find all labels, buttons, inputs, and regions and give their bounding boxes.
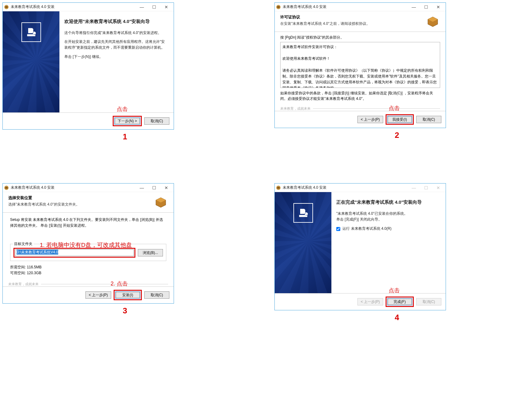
window-title: 未来教育考试系统 4.0 安装 xyxy=(11,185,136,190)
run-checkbox[interactable] xyxy=(336,227,340,231)
red-note-1: 1. 若电脑中没有D盘，可改成其他盘 xyxy=(40,241,132,249)
minimize-button[interactable]: — xyxy=(136,3,148,11)
license-line-3: 请务必认真阅读和理解本《软件许可使用协议》（以下简称《协议》）中规定的所有权利和… xyxy=(282,68,438,88)
welcome-text-2: 在开始安装之前，建议先关闭其他所有应用程序。这将允许"安装程序"更新指定的系统文… xyxy=(64,39,168,51)
available-space: 可用空间: 120.3GB xyxy=(10,271,166,276)
install-path-input[interactable]: D:\未来教育考试系统V4.0 xyxy=(15,249,134,256)
app-icon xyxy=(4,185,9,190)
welcome-text-3: 单击 [下一步(N)] 继续。 xyxy=(64,54,168,60)
click-annotation-2: 2. 点击 xyxy=(111,280,128,287)
sidebar-artwork xyxy=(275,192,331,293)
accept-button[interactable]: 我接受(I) xyxy=(387,116,412,123)
brand-footer: 未来教育，成就未来 xyxy=(3,280,174,286)
installer-dialog-license: 未来教育考试系统 4.0 安装 — ☐ ✕ 许可证协议 在安装"未来教育考试系统… xyxy=(274,2,446,128)
minimize-button[interactable]: — xyxy=(136,184,148,191)
click-annotation: 点击 xyxy=(117,105,128,113)
welcome-heading: 欢迎使用"未来教育考试系统 4.0"安装向导 xyxy=(64,18,168,25)
installer-logo-icon xyxy=(21,22,41,42)
click-annotation: 点击 xyxy=(389,287,400,294)
license-text-box[interactable]: 未来教育考试软件安装许可协议： 欢迎使用未来教育考试软件！ 请务必认真阅读和理解… xyxy=(280,42,440,88)
step-number-2: 2 xyxy=(274,131,517,140)
minimize-button: — xyxy=(408,184,420,191)
dest-folder-group: 目标文件夹 1. 若电脑中没有D盘，可改成其他盘 D:\未来教育考试系统V4.0… xyxy=(10,244,166,261)
close-button[interactable]: ✕ xyxy=(160,3,172,11)
cancel-button[interactable]: 取消(C) xyxy=(144,291,169,299)
highlight-box: 安装(I) xyxy=(114,290,142,300)
highlight-box: D:\未来教育考试系统V4.0 xyxy=(13,248,135,258)
back-button: < 上一步(P) xyxy=(357,298,383,305)
next-button[interactable]: 下一步(N) > xyxy=(114,117,140,125)
welcome-text-1: 这个向导将指引你完成"未来教育考试系统 4.0"的安装进程。 xyxy=(64,30,168,36)
install-button[interactable]: 安装(I) xyxy=(115,291,140,299)
click-annotation: 点击 xyxy=(389,104,400,112)
maximize-button[interactable]: ☐ xyxy=(148,184,160,191)
header-box-icon xyxy=(153,195,168,210)
pgdn-hint: 按 [PgDn] 阅读"授权协议"的其余部分。 xyxy=(280,35,440,40)
app-icon xyxy=(4,5,9,9)
svg-rect-11 xyxy=(277,187,280,189)
installer-dialog-welcome: 未来教育考试系统 4.0 安装 — ☐ ✕ 欢迎使用"未来教育考试系统 4.0"… xyxy=(2,2,174,130)
brand-footer: 未来教育，成就未来 xyxy=(275,104,446,111)
back-button[interactable]: < 上一步(P) xyxy=(357,116,383,123)
svg-rect-7 xyxy=(5,187,8,189)
finish-heading: 正在完成"未来教育考试系统 4.0"安装向导 xyxy=(336,199,440,205)
app-icon xyxy=(276,185,281,190)
license-line-1: 未来教育考试软件安装许可协议： xyxy=(282,44,438,50)
step-number-3: 3 xyxy=(2,306,247,316)
highlight-box: 下一步(N) > xyxy=(113,116,142,126)
highlight-box: 我接受(I) xyxy=(386,114,414,125)
svg-rect-1 xyxy=(5,6,8,8)
run-checkbox-label: 运行 未来教育考试系统 4.0(R) xyxy=(342,226,391,231)
license-note: 如果你接受协议中的条款，单击 [我接受(I)] 继续安装。如果你选定 [取消(C… xyxy=(280,90,440,101)
close-button[interactable]: ✕ xyxy=(160,184,172,191)
required-space: 所需空间: 116.5MB xyxy=(10,265,166,270)
run-checkbox-row[interactable]: 运行 未来教育考试系统 4.0(R) xyxy=(336,226,440,231)
browse-button[interactable]: 浏览(B)... xyxy=(138,249,163,256)
sidebar-artwork xyxy=(3,11,59,112)
finish-button[interactable]: 完成(F) xyxy=(387,298,412,305)
maximize-button[interactable]: ☐ xyxy=(420,3,432,11)
back-button[interactable]: < 上一步(P) xyxy=(85,291,111,299)
arrow-down-icon xyxy=(2,143,517,182)
step-number-4: 4 xyxy=(274,313,517,322)
cancel-button[interactable]: 取消(C) xyxy=(144,117,169,125)
window-title: 未来教育考试系统 4.0 安装 xyxy=(283,4,408,9)
license-header-title: 许可证协议 xyxy=(280,14,370,20)
cancel-button: 取消(C) xyxy=(416,298,441,305)
app-icon xyxy=(276,5,281,9)
arrow-right-icon xyxy=(249,2,273,142)
minimize-button[interactable]: — xyxy=(408,3,420,11)
installer-logo-icon xyxy=(293,203,313,223)
installer-dialog-finish: 未来教育考试系统 4.0 安装 — ☐ ✕ 正在完成"未来教育考试系统 4.0"… xyxy=(274,183,446,310)
location-instruction: Setup 将安装 未来教育考试系统 4.0 在下列文件夹。要安装到不同文件夹，… xyxy=(10,217,166,229)
license-line-2: 欢迎使用未来教育考试软件！ xyxy=(282,56,438,62)
cancel-button[interactable]: 取消(C) xyxy=(416,116,441,123)
maximize-button: ☐ xyxy=(420,184,432,191)
arrow-right-icon xyxy=(249,183,273,322)
svg-rect-3 xyxy=(277,6,280,8)
location-header-title: 选择安装位置 xyxy=(8,195,80,201)
highlight-box: 完成(F) xyxy=(386,297,414,307)
close-button: ✕ xyxy=(432,184,444,191)
step-number-1: 1 xyxy=(2,132,247,142)
maximize-button[interactable]: ☐ xyxy=(148,3,160,11)
installer-dialog-location: 未来教育考试系统 4.0 安装 — ☐ ✕ 选择安装位置 选择"未来教育考试系统… xyxy=(2,183,174,304)
location-header-sub: 选择"未来教育考试系统 4.0"的安装文件夹。 xyxy=(8,202,80,207)
window-title: 未来教育考试系统 4.0 安装 xyxy=(11,4,136,9)
titlebar: 未来教育考试系统 4.0 安装 — ☐ ✕ xyxy=(275,3,446,11)
titlebar: 未来教育考试系统 4.0 安装 — ☐ ✕ xyxy=(3,3,174,11)
dest-folder-label: 目标文件夹 xyxy=(13,241,34,247)
titlebar: 未来教育考试系统 4.0 安装 — ☐ ✕ xyxy=(3,184,174,192)
finish-text: "未来教育考试系统 4.0"已安装在你的系统。 单击 [完成(F)] 关闭此向导… xyxy=(336,211,440,222)
window-title: 未来教育考试系统 4.0 安装 xyxy=(283,185,408,190)
license-header-sub: 在安装"未来教育考试系统 4.0"之前，请阅读授权协议。 xyxy=(280,21,370,26)
titlebar: 未来教育考试系统 4.0 安装 — ☐ ✕ xyxy=(275,184,446,192)
header-box-icon xyxy=(425,14,440,29)
close-button[interactable]: ✕ xyxy=(432,3,444,11)
